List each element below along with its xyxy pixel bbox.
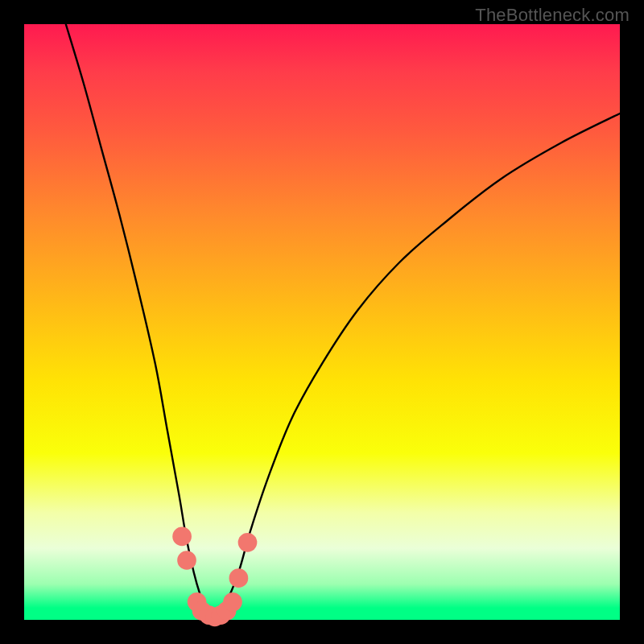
highlight-dot xyxy=(172,527,192,547)
outer-frame: TheBottleneck.com xyxy=(0,0,644,644)
bottleneck-curve xyxy=(66,24,620,620)
chart-svg xyxy=(24,24,620,620)
highlight-dot xyxy=(229,568,249,588)
highlight-dot xyxy=(177,551,196,570)
watermark-text: TheBottleneck.com xyxy=(475,5,630,26)
plot-area xyxy=(24,24,620,620)
highlight-dots xyxy=(172,527,257,627)
highlight-dot xyxy=(223,592,242,612)
highlight-dot xyxy=(238,533,258,552)
